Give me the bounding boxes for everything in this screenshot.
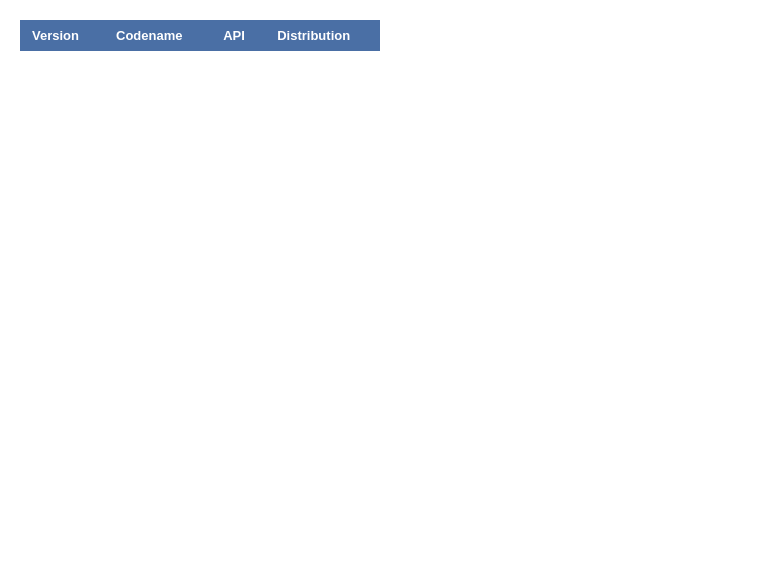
android-distribution-table: Version Codename API Distribution	[20, 20, 380, 51]
col-header-codename: Codename	[104, 20, 211, 51]
pie-chart-section	[400, 20, 754, 310]
pie-chart	[417, 30, 737, 310]
pie-chart-container	[417, 30, 737, 310]
col-header-api: API	[211, 20, 265, 51]
col-header-version: Version	[20, 20, 104, 51]
col-header-distribution: Distribution	[265, 20, 380, 51]
